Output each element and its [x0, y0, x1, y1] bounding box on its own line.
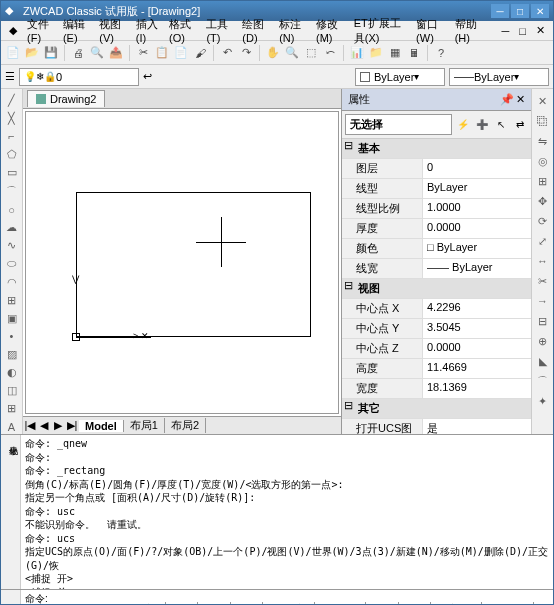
- mdi-close-button[interactable]: ✕: [532, 22, 549, 39]
- insert-icon[interactable]: ⊞: [4, 293, 20, 307]
- copy-icon[interactable]: 📋: [154, 45, 170, 61]
- color-combo[interactable]: ByLayer ▾: [355, 68, 445, 86]
- props-icon[interactable]: 📊: [349, 45, 365, 61]
- paste-icon[interactable]: 📄: [173, 45, 189, 61]
- stretch-icon[interactable]: ↔: [535, 253, 551, 269]
- props-close-icon[interactable]: ✕: [516, 93, 525, 106]
- pan-icon[interactable]: ✋: [265, 45, 281, 61]
- sheet-nav-last[interactable]: ▶|: [65, 419, 79, 432]
- prop-value[interactable]: 是: [422, 419, 531, 434]
- drawing-canvas[interactable]: ⋁ > ✕: [25, 111, 339, 414]
- sheet-model[interactable]: Model: [79, 420, 124, 432]
- match-icon[interactable]: 🖌: [192, 45, 208, 61]
- group-expand[interactable]: ⊟: [342, 279, 354, 298]
- break-icon[interactable]: ⊟: [535, 313, 551, 329]
- quickselect-icon[interactable]: ⚡: [455, 117, 471, 133]
- calc-icon[interactable]: 🖩: [406, 45, 422, 61]
- layer-prev-icon[interactable]: ↩: [143, 70, 152, 83]
- zoom-win-icon[interactable]: ⬚: [303, 45, 319, 61]
- ellipse-icon[interactable]: ⬭: [4, 257, 20, 271]
- extend-icon[interactable]: →: [535, 293, 551, 309]
- props-pin-icon[interactable]: 📌: [500, 93, 514, 106]
- app-menu-icon[interactable]: ◆: [5, 22, 21, 39]
- copy-obj-icon[interactable]: ⿻: [535, 113, 551, 129]
- sheet-layout1[interactable]: 布局1: [124, 418, 165, 433]
- toggle-icon[interactable]: ⇄: [512, 117, 528, 133]
- mdi-restore-button[interactable]: □: [515, 23, 530, 39]
- redo-icon[interactable]: ↷: [238, 45, 254, 61]
- selectobj-icon[interactable]: ↖: [493, 117, 509, 133]
- prop-value[interactable]: 0: [422, 159, 531, 178]
- gradient-icon[interactable]: ◐: [4, 366, 20, 380]
- explode-icon[interactable]: ✦: [535, 393, 551, 409]
- status-lwt[interactable]: 线宽: [366, 602, 398, 606]
- doc-tab[interactable]: Drawing2: [27, 90, 105, 107]
- print-icon[interactable]: 🖨: [70, 45, 86, 61]
- point-icon[interactable]: •: [4, 329, 20, 343]
- zoom-prev-icon[interactable]: ⤺: [322, 45, 338, 61]
- status-polar[interactable]: 极轴: [231, 602, 263, 606]
- menu-file[interactable]: 文件(F): [23, 15, 57, 46]
- prop-value[interactable]: 3.5045: [422, 319, 531, 338]
- open-icon[interactable]: 📂: [24, 45, 40, 61]
- save-icon[interactable]: 💾: [43, 45, 59, 61]
- status-dyn[interactable]: 动态输入: [482, 602, 534, 606]
- region-icon[interactable]: ◫: [4, 384, 20, 398]
- hatch-icon[interactable]: ▨: [4, 347, 20, 361]
- preview-icon[interactable]: 🔍: [89, 45, 105, 61]
- menu-insert[interactable]: 插入(I): [132, 15, 163, 46]
- maximize-button[interactable]: □: [511, 4, 529, 18]
- sheet-nav-first[interactable]: |◀: [23, 419, 37, 432]
- undo-icon[interactable]: ↶: [219, 45, 235, 61]
- rotate-icon[interactable]: ⟳: [535, 213, 551, 229]
- menu-window[interactable]: 窗口(W): [412, 15, 449, 46]
- status-osnap[interactable]: 对象捕捉: [263, 602, 315, 606]
- zoom-rt-icon[interactable]: 🔍: [284, 45, 300, 61]
- prop-value[interactable]: 0.0000: [422, 339, 531, 358]
- status-snap[interactable]: 捕捉: [134, 602, 166, 606]
- command-history[interactable]: 命令: _qnew 命令: 命令: _rectang 倒角(C)/标高(E)/圆…: [21, 435, 553, 589]
- designcenter-icon[interactable]: 📁: [368, 45, 384, 61]
- prop-value[interactable]: 18.1369: [422, 379, 531, 398]
- line-icon[interactable]: ╱: [4, 93, 20, 107]
- prop-value[interactable]: 4.2296: [422, 299, 531, 318]
- status-otrack[interactable]: 对象追踪: [315, 602, 367, 606]
- prop-value[interactable]: 11.4669: [422, 359, 531, 378]
- rectangle-icon[interactable]: ▭: [4, 165, 20, 179]
- selection-combo[interactable]: 无选择: [345, 114, 452, 135]
- status-model[interactable]: 模型: [399, 602, 431, 606]
- status-grid[interactable]: 栅格: [166, 602, 198, 606]
- revcloud-icon[interactable]: ☁: [4, 221, 20, 235]
- sheet-nav-next[interactable]: ▶: [51, 419, 65, 432]
- prop-value[interactable]: 0.0000: [422, 219, 531, 238]
- minimize-button[interactable]: ─: [491, 4, 509, 18]
- menu-format[interactable]: 格式(O): [165, 15, 200, 46]
- menu-help[interactable]: 帮助(H): [451, 15, 486, 46]
- new-icon[interactable]: 📄: [5, 45, 21, 61]
- pickadd-icon[interactable]: ➕: [474, 117, 490, 133]
- status-ortho[interactable]: 正交: [198, 602, 230, 606]
- fillet-icon[interactable]: ⌒: [535, 373, 551, 389]
- arc-icon[interactable]: ⌒: [4, 184, 20, 199]
- toolpalette-icon[interactable]: ▦: [387, 45, 403, 61]
- trim-icon[interactable]: ✂: [535, 273, 551, 289]
- menu-edit[interactable]: 编辑(E): [59, 15, 93, 46]
- mdi-minimize-button[interactable]: ─: [498, 23, 514, 39]
- group-expand[interactable]: ⊟: [342, 139, 354, 158]
- xline-icon[interactable]: ╳: [4, 111, 20, 125]
- spline-icon[interactable]: ∿: [4, 239, 20, 253]
- prop-value[interactable]: ByLayer: [422, 179, 531, 198]
- circle-icon[interactable]: ○: [4, 203, 20, 217]
- menu-view[interactable]: 视图(V): [95, 15, 129, 46]
- block-icon[interactable]: ▣: [4, 311, 20, 325]
- menu-draw[interactable]: 绘图(D): [238, 15, 273, 46]
- layer-combo[interactable]: 💡❄🔒 0: [19, 68, 139, 86]
- table-icon[interactable]: ⊞: [4, 402, 20, 416]
- linetype-combo[interactable]: —— ByLayer ▾: [449, 68, 549, 86]
- sheet-layout2[interactable]: 布局2: [165, 418, 206, 433]
- prop-value[interactable]: —— ByLayer: [422, 259, 531, 278]
- menu-modify[interactable]: 修改(M): [312, 15, 348, 46]
- mtext-icon[interactable]: A: [4, 420, 20, 434]
- scale-icon[interactable]: ⤢: [535, 233, 551, 249]
- menu-et[interactable]: ET扩展工具(X): [350, 14, 410, 48]
